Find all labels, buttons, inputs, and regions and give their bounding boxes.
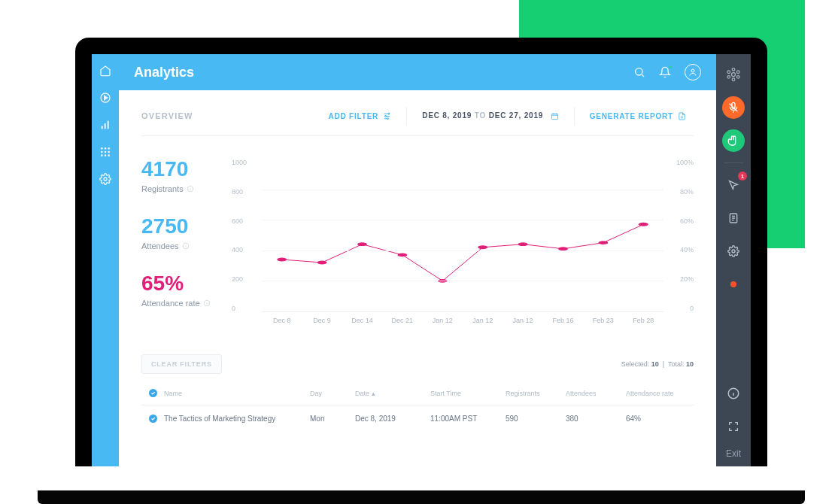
settings-icon[interactable] <box>99 173 111 185</box>
y-tick: 1000 <box>232 159 254 166</box>
svg-rect-19 <box>551 114 557 119</box>
line-overlay <box>262 159 663 311</box>
page-title: Analytics <box>134 65 620 80</box>
pointer-button[interactable]: 1 <box>722 174 745 196</box>
column-registrants[interactable]: Registrants <box>506 390 566 397</box>
device-frame: Analytics OVERVIEW ADD FILTER <box>75 38 767 466</box>
y-tick: 60% <box>666 217 694 225</box>
cell-date: Dec 8, 2019 <box>355 414 430 423</box>
column-check[interactable] <box>141 389 164 397</box>
svg-point-9 <box>108 151 110 153</box>
search-icon[interactable] <box>633 66 645 78</box>
app-logo-icon[interactable] <box>722 63 745 86</box>
svg-point-38 <box>727 76 730 79</box>
info-icon[interactable] <box>203 299 211 307</box>
x-tick: Dec 21 <box>387 317 418 332</box>
exit-button[interactable]: Exit <box>726 448 741 466</box>
generate-report-button[interactable]: GENERATE REPORT <box>590 112 686 120</box>
fullscreen-button[interactable] <box>722 415 745 438</box>
clear-filters-button[interactable]: CLEAR FILTERS <box>141 354 222 374</box>
svg-point-41 <box>732 250 735 253</box>
overview-label: OVERVIEW <box>141 111 320 120</box>
screen: Analytics OVERVIEW ADD FILTER <box>92 54 751 466</box>
svg-point-26 <box>397 253 407 257</box>
metric-label: Attendees <box>141 241 232 250</box>
column-day[interactable]: Day <box>310 390 355 397</box>
play-icon[interactable] <box>99 92 111 104</box>
calendar-icon <box>551 112 559 120</box>
metric-attendees: 2750 Attendees <box>141 216 232 250</box>
left-nav-rail <box>92 54 119 466</box>
x-tick: Jan 12 <box>508 317 538 332</box>
y-axis-right: 100%80%60%40%20%0 <box>666 159 694 312</box>
grid-line <box>262 190 663 190</box>
metrics-chart-row: 4170 Registrants 2750 Attendees <box>141 136 694 332</box>
x-tick: Dec 14 <box>347 317 377 332</box>
svg-point-31 <box>598 241 608 244</box>
info-icon[interactable] <box>187 185 194 193</box>
y-tick: 0 <box>666 305 694 312</box>
svg-point-35 <box>732 78 735 81</box>
column-rate[interactable]: Attendance rate <box>626 390 694 397</box>
check-all-icon <box>149 389 157 397</box>
table-body: The Tactics of Marketing StrategyMonDec … <box>141 405 694 432</box>
svg-point-17 <box>385 115 387 117</box>
metric-label: Attendance rate <box>141 299 232 308</box>
raise-hand-button[interactable] <box>722 129 745 152</box>
analytics-icon[interactable] <box>99 119 111 131</box>
table-counts: Selected: 10 | Total: 10 <box>621 360 694 368</box>
svg-point-37 <box>736 71 739 74</box>
grid-icon[interactable] <box>99 146 111 158</box>
y-tick: 100% <box>666 159 694 166</box>
mic-muted-button[interactable] <box>722 96 745 119</box>
column-date[interactable]: Date ▴ <box>355 390 430 397</box>
document-icon <box>678 112 686 120</box>
info-icon[interactable] <box>182 242 190 250</box>
svg-point-25 <box>357 242 367 246</box>
svg-point-34 <box>732 68 735 71</box>
y-tick: 400 <box>232 246 254 254</box>
column-start[interactable]: Start Time <box>430 390 506 397</box>
separator <box>406 107 407 125</box>
svg-point-36 <box>727 71 730 74</box>
table-row[interactable]: The Tactics of Marketing StrategyMonDec … <box>141 405 694 432</box>
device-base <box>38 490 805 504</box>
date-from: DEC 8, 2019 <box>422 111 472 120</box>
notes-button[interactable] <box>722 207 745 229</box>
avatar[interactable] <box>685 64 701 80</box>
y-tick: 600 <box>232 217 254 225</box>
cell-day: Mon <box>310 414 355 423</box>
column-name[interactable]: Name <box>164 390 310 397</box>
home-icon[interactable] <box>99 65 111 77</box>
row-check[interactable] <box>141 414 164 423</box>
svg-point-7 <box>101 151 103 153</box>
date-range-picker[interactable]: DEC 8, 2019 TO DEC 27, 2019 <box>422 111 559 120</box>
svg-rect-1 <box>102 126 103 129</box>
chart: 10008006004002000 100%80%60%40%20%0 Dec … <box>232 159 694 332</box>
date-to: DEC 27, 2019 <box>489 111 543 120</box>
x-axis: Dec 8Dec 9Dec 14Dec 21Jan 12Jan 12Jan 12… <box>262 317 663 332</box>
record-button[interactable] <box>722 273 745 296</box>
svg-point-16 <box>388 113 390 114</box>
grid-line <box>262 220 663 220</box>
settings-button[interactable] <box>722 240 745 263</box>
svg-point-15 <box>691 69 694 72</box>
svg-point-33 <box>732 73 736 77</box>
column-attendees[interactable]: Attendees <box>566 390 626 397</box>
y-tick: 80% <box>666 188 694 196</box>
header: Analytics <box>119 54 716 90</box>
metrics: 4170 Registrants 2750 Attendees <box>141 159 232 332</box>
cell-name: The Tactics of Marketing Strategy <box>164 414 310 423</box>
generate-report-label: GENERATE REPORT <box>590 112 673 120</box>
metric-registrants: 4170 Registrants <box>141 159 232 193</box>
svg-point-14 <box>636 68 642 75</box>
y-tick: 800 <box>232 188 254 196</box>
bell-icon[interactable] <box>659 66 671 78</box>
add-filter-button[interactable]: ADD FILTER <box>328 112 391 120</box>
divider <box>724 162 743 163</box>
svg-point-12 <box>108 154 110 156</box>
x-tick: Feb 16 <box>548 317 578 332</box>
y-tick: 20% <box>666 275 694 283</box>
info-button[interactable] <box>722 382 745 405</box>
x-tick: Jan 12 <box>468 317 498 332</box>
